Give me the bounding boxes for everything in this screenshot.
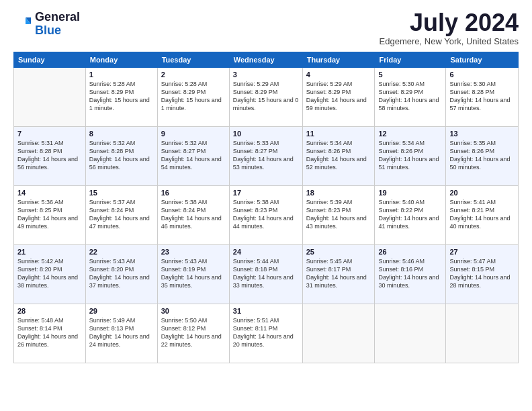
table-row [446,304,519,363]
day-info: Sunrise: 5:40 AMSunset: 8:22 PMDaylight:… [378,198,442,231]
day-info: Sunrise: 5:28 AMSunset: 8:29 PMDaylight:… [161,80,226,113]
day-info: Sunrise: 5:36 AMSunset: 8:25 PMDaylight:… [17,198,82,231]
day-info: Sunrise: 5:30 AMSunset: 8:28 PMDaylight:… [449,80,515,113]
day-number: 22 [89,248,154,256]
table-row: 13 Sunrise: 5:35 AMSunset: 8:26 PMDaylig… [446,127,519,186]
day-number: 23 [161,248,226,256]
table-row: 17 Sunrise: 5:38 AMSunset: 8:23 PMDaylig… [229,186,302,245]
table-row [14,68,86,127]
day-info: Sunrise: 5:32 AMSunset: 8:28 PMDaylight:… [89,139,154,172]
day-info: Sunrise: 5:37 AMSunset: 8:24 PMDaylight:… [89,198,154,231]
table-row: 2 Sunrise: 5:28 AMSunset: 8:29 PMDayligh… [157,68,229,127]
day-number: 4 [306,71,371,79]
day-number: 7 [17,130,82,138]
day-info: Sunrise: 5:38 AMSunset: 8:23 PMDaylight:… [233,198,299,231]
header-sunday: Sunday [14,52,86,68]
table-row: 24 Sunrise: 5:44 AMSunset: 8:18 PMDaylig… [229,245,302,304]
day-info: Sunrise: 5:38 AMSunset: 8:24 PMDaylight:… [161,198,226,231]
table-row: 26 Sunrise: 5:46 AMSunset: 8:16 PMDaylig… [375,245,446,304]
calendar-page: General Blue July 2024 Edgemere, New Yor… [0,0,532,411]
day-number: 10 [233,130,299,138]
table-row: 25 Sunrise: 5:45 AMSunset: 8:17 PMDaylig… [302,245,375,304]
table-row: 9 Sunrise: 5:32 AMSunset: 8:27 PMDayligh… [157,127,229,186]
logo-general: General [35,11,80,24]
day-info: Sunrise: 5:29 AMSunset: 8:29 PMDaylight:… [306,80,371,113]
day-info: Sunrise: 5:31 AMSunset: 8:28 PMDaylight:… [17,139,82,172]
header-saturday: Saturday [446,52,519,68]
header-friday: Friday [375,52,446,68]
day-number: 11 [306,130,371,138]
day-number: 2 [161,71,226,79]
day-info: Sunrise: 5:33 AMSunset: 8:27 PMDaylight:… [233,139,299,172]
day-number: 26 [378,248,442,256]
table-row: 7 Sunrise: 5:31 AMSunset: 8:28 PMDayligh… [14,127,86,186]
day-info: Sunrise: 5:43 AMSunset: 8:19 PMDaylight:… [161,257,226,290]
day-info: Sunrise: 5:46 AMSunset: 8:16 PMDaylight:… [378,257,442,290]
table-row: 28 Sunrise: 5:48 AMSunset: 8:14 PMDaylig… [14,304,86,363]
day-number: 20 [449,189,515,197]
day-number: 5 [378,71,442,79]
day-info: Sunrise: 5:32 AMSunset: 8:27 PMDaylight:… [161,139,226,172]
table-row [375,304,446,363]
table-row: 14 Sunrise: 5:36 AMSunset: 8:25 PMDaylig… [14,186,86,245]
table-row: 31 Sunrise: 5:51 AMSunset: 8:11 PMDaylig… [229,304,302,363]
calendar-week-row: 28 Sunrise: 5:48 AMSunset: 8:14 PMDaylig… [14,304,519,363]
day-info: Sunrise: 5:30 AMSunset: 8:29 PMDaylight:… [378,80,442,113]
table-row: 21 Sunrise: 5:42 AMSunset: 8:20 PMDaylig… [14,245,86,304]
day-info: Sunrise: 5:51 AMSunset: 8:11 PMDaylight:… [233,316,299,349]
table-row: 23 Sunrise: 5:43 AMSunset: 8:19 PMDaylig… [157,245,229,304]
day-number: 29 [89,307,154,315]
table-row: 5 Sunrise: 5:30 AMSunset: 8:29 PMDayligh… [375,68,446,127]
header-wednesday: Wednesday [229,52,302,68]
day-info: Sunrise: 5:49 AMSunset: 8:13 PMDaylight:… [89,316,154,349]
logo: General Blue [13,11,80,38]
logo-text: General Blue [35,11,80,38]
table-row: 18 Sunrise: 5:39 AMSunset: 8:23 PMDaylig… [302,186,375,245]
header-tuesday: Tuesday [157,52,229,68]
day-number: 15 [89,189,154,197]
day-info: Sunrise: 5:43 AMSunset: 8:20 PMDaylight:… [89,257,154,290]
month-title: July 2024 [380,11,519,35]
table-row [302,304,375,363]
table-row: 3 Sunrise: 5:29 AMSunset: 8:29 PMDayligh… [229,68,302,127]
table-row: 22 Sunrise: 5:43 AMSunset: 8:20 PMDaylig… [85,245,157,304]
table-row: 8 Sunrise: 5:32 AMSunset: 8:28 PMDayligh… [85,127,157,186]
day-info: Sunrise: 5:48 AMSunset: 8:14 PMDaylight:… [17,316,82,349]
calendar-week-row: 7 Sunrise: 5:31 AMSunset: 8:28 PMDayligh… [14,127,519,186]
day-number: 18 [306,189,371,197]
day-number: 27 [449,248,515,256]
day-number: 9 [161,130,226,138]
weekday-header-row: Sunday Monday Tuesday Wednesday Thursday… [14,52,519,68]
table-row: 1 Sunrise: 5:28 AMSunset: 8:29 PMDayligh… [85,68,157,127]
day-number: 21 [17,248,82,256]
day-info: Sunrise: 5:35 AMSunset: 8:26 PMDaylight:… [449,139,515,172]
table-row: 20 Sunrise: 5:41 AMSunset: 8:21 PMDaylig… [446,186,519,245]
logo-blue: Blue [35,24,80,38]
table-row: 6 Sunrise: 5:30 AMSunset: 8:28 PMDayligh… [446,68,519,127]
day-info: Sunrise: 5:28 AMSunset: 8:29 PMDaylight:… [89,80,154,113]
calendar-week-row: 21 Sunrise: 5:42 AMSunset: 8:20 PMDaylig… [14,245,519,304]
day-info: Sunrise: 5:50 AMSunset: 8:12 PMDaylight:… [161,316,226,349]
table-row: 11 Sunrise: 5:34 AMSunset: 8:26 PMDaylig… [302,127,375,186]
day-number: 28 [17,307,82,315]
page-header: General Blue July 2024 Edgemere, New Yor… [13,11,519,46]
day-info: Sunrise: 5:42 AMSunset: 8:20 PMDaylight:… [17,257,82,290]
day-number: 1 [89,71,154,79]
header-monday: Monday [85,52,157,68]
table-row: 4 Sunrise: 5:29 AMSunset: 8:29 PMDayligh… [302,68,375,127]
day-number: 13 [449,130,515,138]
day-number: 14 [17,189,82,197]
table-row: 30 Sunrise: 5:50 AMSunset: 8:12 PMDaylig… [157,304,229,363]
table-row: 15 Sunrise: 5:37 AMSunset: 8:24 PMDaylig… [85,186,157,245]
calendar-week-row: 14 Sunrise: 5:36 AMSunset: 8:25 PMDaylig… [14,186,519,245]
day-number: 16 [161,189,226,197]
day-number: 3 [233,71,299,79]
day-number: 17 [233,189,299,197]
day-number: 12 [378,130,442,138]
day-info: Sunrise: 5:44 AMSunset: 8:18 PMDaylight:… [233,257,299,290]
day-info: Sunrise: 5:45 AMSunset: 8:17 PMDaylight:… [306,257,371,290]
day-number: 19 [378,189,442,197]
day-number: 25 [306,248,371,256]
calendar-table: Sunday Monday Tuesday Wednesday Thursday… [13,52,519,363]
day-info: Sunrise: 5:47 AMSunset: 8:15 PMDaylight:… [449,257,515,290]
